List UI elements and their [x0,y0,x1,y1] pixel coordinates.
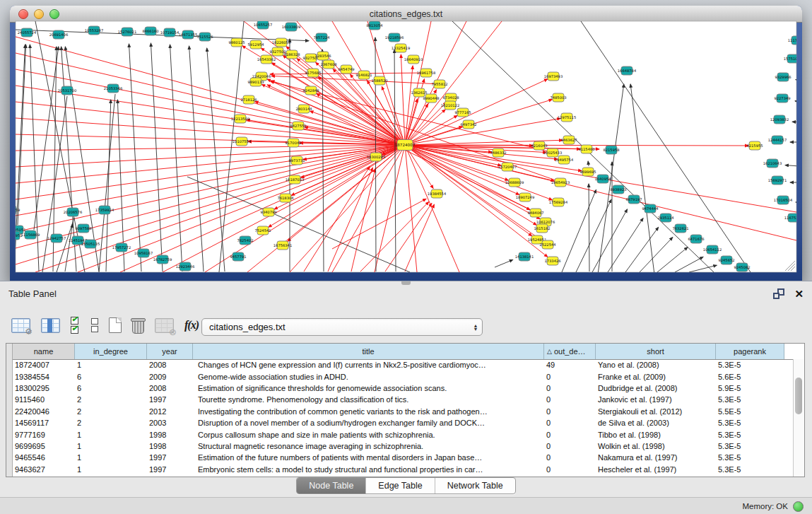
network-node-1615182[interactable] [536,224,548,233]
network-node-13505135[interactable] [85,240,96,248]
column-header-out_degree[interactable]: △out_de… [544,344,596,359]
table-vertical-scrollbar[interactable] [793,359,804,477]
network-node-9457791[interactable] [233,252,244,261]
network-node-9227349[interactable] [777,94,788,103]
delete-column-icon[interactable] [132,320,144,334]
float-window-icon[interactable] [773,288,784,299]
network-node-8813054[interactable] [369,21,380,30]
network-node-14138141[interactable] [519,252,530,261]
network-node-11156869[interactable] [25,230,36,239]
network-node-11451947[interactable] [72,236,83,245]
column-header-name[interactable]: name [13,344,75,359]
table-selector-dropdown[interactable]: citations_edges.txt ▲▼ [201,318,483,336]
network-node-6216043[interactable] [534,141,545,150]
network-node-10719154[interactable] [164,28,175,37]
network-node-2367608[interactable] [323,60,334,69]
select-all-icon[interactable] [71,317,81,334]
network-node-21053346[interactable] [107,84,119,93]
column-header-in_degree[interactable]: in_degree [75,344,147,359]
network-node-20531700[interactable] [61,86,73,95]
column-header-pagerank[interactable]: pagerank [716,344,784,359]
network-node-7955812[interactable] [434,80,445,88]
table-row[interactable]: 946362711997Embryonic stem cells: a mode… [13,464,793,475]
network-node-7486332[interactable] [493,148,504,157]
network-node-9484067[interactable] [530,209,541,217]
network-node-16187033[interactable] [289,175,300,184]
network-node-6879197[interactable] [628,195,640,204]
table-row[interactable]: 911546021997Tourette syndrome. Phenomeno… [13,394,793,405]
network-node-8466160[interactable] [145,27,156,35]
network-node-2522544[interactable] [542,240,553,249]
table-row[interactable]: 977716911998Corpus callosum shape and si… [13,428,793,440]
network-node-17016504[interactable] [777,196,789,204]
column-header-year[interactable]: year [147,344,193,359]
table-row[interactable]: 1872400712008Changes of HCN gene express… [13,359,793,370]
network-node-9245082[interactable] [736,263,748,271]
network-node-7825402[interactable] [240,236,251,245]
table-row[interactable]: 946554611997Estimation of the future num… [13,452,793,463]
network-node-9463627[interactable] [563,136,575,144]
network-node-2718126[interactable] [243,95,254,104]
network-node-8938923[interactable] [613,185,624,194]
network-node-1588520[interactable] [374,76,385,85]
network-node-9097588[interactable] [78,224,89,233]
network-node-16961758[interactable] [420,69,432,77]
network-node-10107554[interactable] [236,137,247,146]
network-node-16782759[interactable] [157,255,168,264]
network-node-7618304[interactable] [280,194,291,202]
network-node-9699695[interactable] [582,168,594,176]
network-node-10688609[interactable] [509,178,520,187]
table-row[interactable]: 1938455462009Genome-wide association stu… [13,370,793,382]
new-column-icon[interactable] [109,317,122,333]
network-node-18300295[interactable] [370,153,382,161]
network-node-19384554[interactable] [431,189,442,198]
network-node-12213509[interactable] [235,115,246,123]
scrollbar-thumb[interactable] [795,378,802,414]
network-node-19654923[interactable] [555,178,566,187]
table-row[interactable]: 1456911722003Disruption of a novel membe… [13,417,793,428]
network-node-16648784[interactable] [621,66,632,75]
network-node-1362615[interactable] [413,88,425,97]
network-node-9327503[interactable] [272,47,283,56]
network-node-19495754[interactable] [558,156,570,164]
network-node-17957272[interactable] [116,243,127,252]
network-node-8990448[interactable] [425,94,437,103]
network-node-9340799[interactable] [263,208,274,216]
network-node-18226058[interactable] [276,38,287,47]
network-node-12923446[interactable] [180,262,191,271]
network-node-9890133[interactable] [250,78,261,86]
network-node-18724007[interactable] [397,140,413,151]
zoom-button-icon[interactable] [49,9,59,19]
network-node-13325419[interactable] [395,44,406,52]
network-node-8454749[interactable] [341,65,352,74]
network-node-9115460[interactable] [581,145,592,153]
network-node-9327508[interactable] [305,54,317,62]
column-header-short[interactable]: short [596,344,716,359]
network-node-7485003[interactable] [553,93,564,102]
minimize-button-icon[interactable] [34,9,44,19]
network-node-10553287[interactable] [88,26,100,35]
network-node-10025433[interactable] [547,148,558,157]
network-node-6734028[interactable] [445,93,457,102]
network-node-15720407[interactable] [502,163,513,171]
network-node-12975115[interactable] [561,113,572,122]
network-node-8973731[interactable] [291,156,302,165]
network-node-10655257[interactable] [257,21,269,29]
network-node-8215955[interactable] [749,141,760,150]
network-node-9474444[interactable] [645,204,656,213]
network-node-16210122[interactable] [445,101,456,110]
network-node-15276021[interactable] [122,28,133,36]
tab-edge-table[interactable]: Edge Table [366,478,435,493]
network-node-2935114[interactable] [660,214,671,222]
network-node-20691406[interactable] [53,30,64,39]
network-node-9175685[interactable] [307,69,319,77]
network-node-14671355[interactable] [182,30,194,39]
table-row[interactable]: 1830029562008Estimation of significance … [13,382,793,394]
network-node-7857224[interactable] [316,33,327,42]
network-node-1733426[interactable] [547,257,558,265]
network-node-19218596[interactable] [389,33,400,42]
show-columns-icon[interactable] [41,318,60,333]
network-node-17359924[interactable] [99,206,110,214]
network-node-19524851[interactable] [531,235,543,244]
network-node-10958167[interactable] [138,249,149,257]
